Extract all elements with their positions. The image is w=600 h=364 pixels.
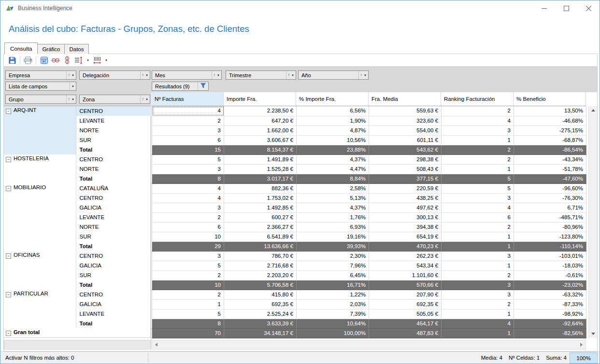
value-cell[interactable]: 487,83 € (369, 328, 442, 338)
value-cell[interactable]: 786,70 € (224, 251, 297, 261)
filter-field-empresa[interactable]: Empresa↑▼ (5, 70, 76, 80)
value-cell[interactable]: 3 (152, 203, 224, 212)
filter-field-delegacion-controls[interactable]: ↑▼ (140, 71, 150, 79)
group-cell-mobiliario[interactable]: −MOBILIARIO (4, 183, 76, 251)
value-cell[interactable]: 470,23 € (369, 241, 442, 251)
value-cell[interactable]: 13,50% (514, 106, 586, 116)
value-cell[interactable]: 4,37% (297, 203, 369, 212)
maximize-button[interactable] (555, 0, 577, 16)
row-height-dropdown[interactable]: ▼ (85, 55, 91, 66)
tab-grafico[interactable]: Gráfico (37, 44, 65, 54)
value-cell[interactable]: -76,30% (514, 193, 586, 203)
value-cell[interactable]: 2,58% (297, 183, 369, 193)
group-cell-particular[interactable]: −PARTICULAR (4, 290, 76, 328)
value-cell[interactable]: 508,43 € (369, 164, 442, 174)
tab-consulta[interactable]: Consulta (4, 42, 38, 54)
value-cell[interactable]: 323,60 € (369, 116, 442, 126)
value-cell[interactable]: 454,17 € (369, 319, 442, 328)
value-cell[interactable]: 10 (152, 232, 224, 241)
value-cell[interactable]: 5 (152, 154, 224, 164)
value-cell[interactable]: 6,45% (297, 270, 369, 280)
value-cell[interactable]: 2 (442, 270, 514, 280)
value-cell[interactable]: 1 (442, 241, 514, 251)
value-cell[interactable]: -0,61% (514, 270, 586, 280)
row-height-button[interactable] (73, 55, 85, 66)
zone-cell-levante[interactable]: LEVANTE (76, 212, 151, 222)
zone-cell-cataluna[interactable]: CATALUÑA (76, 183, 151, 193)
row-field-grupo-controls[interactable]: ↑▼ (66, 95, 76, 103)
group-cell-arq-int[interactable]: −ARQ-INT (4, 106, 76, 154)
value-cell[interactable]: 1 (442, 164, 514, 174)
value-cell[interactable]: 601,11 € (369, 135, 442, 145)
value-cell[interactable]: 2 (152, 212, 224, 222)
value-cell[interactable]: -68,87% (514, 135, 586, 145)
value-cell[interactable]: 505,05 € (369, 309, 442, 319)
zone-cell-sur[interactable]: SUR (76, 270, 151, 280)
value-cell[interactable]: 5,13% (297, 193, 369, 203)
value-cell[interactable]: 2,30% (297, 251, 369, 261)
group-cell-hosteleria[interactable]: −HOSTELERIA (4, 154, 76, 183)
value-cell[interactable]: 654,19 € (369, 232, 442, 241)
zone-cell-sur[interactable]: SUR (76, 135, 151, 145)
value-cell[interactable]: 2 (442, 145, 514, 154)
value-cell[interactable]: -63,32% (514, 290, 586, 299)
filter-field-delegacion[interactable]: Delegación↑▼ (79, 70, 150, 80)
value-cell[interactable]: 4,87% (297, 126, 369, 135)
collapse-icon[interactable]: − (6, 331, 11, 336)
value-cell[interactable]: -51,78% (514, 164, 586, 174)
value-cell[interactable]: 5 (152, 261, 224, 270)
column-header--importe-fra-[interactable]: % Importe Fra. (296, 92, 369, 106)
value-cell[interactable]: 543,34 € (369, 261, 442, 270)
row-field-zona-controls[interactable]: ↑▼ (140, 95, 150, 103)
value-cell[interactable]: -96,60% (514, 183, 586, 193)
collapse-icon[interactable]: − (6, 253, 11, 259)
value-cell[interactable]: -92,64% (514, 319, 586, 328)
zone-cell-galicia[interactable]: GALICIA (76, 203, 151, 212)
column-header--beneficio[interactable]: % Beneficio (514, 92, 586, 106)
value-cell[interactable]: 19,16% (297, 232, 369, 241)
results-dropdown[interactable]: Resultados (9) (152, 82, 209, 91)
value-cell[interactable]: 7,96% (297, 261, 369, 270)
value-cell[interactable]: 554,00 € (369, 126, 442, 135)
value-cell[interactable]: 4,47% (297, 164, 369, 174)
column-width-dropdown[interactable]: ▼ (103, 55, 110, 66)
value-cell[interactable]: 1.525,28 € (224, 164, 297, 174)
value-cell[interactable]: 6,56% (297, 106, 369, 116)
value-cell[interactable]: 882,36 € (224, 183, 297, 193)
value-cell[interactable]: 1 (442, 328, 514, 338)
column-header-importe-fra-[interactable]: Importe Fra. (224, 92, 296, 106)
value-cell[interactable]: 4 (152, 193, 224, 203)
value-cell[interactable]: 3 (442, 193, 514, 203)
value-cell[interactable]: 4,37% (297, 154, 369, 164)
value-cell[interactable]: 2 (442, 106, 514, 116)
zone-cell-norte[interactable]: NORTE (76, 222, 151, 232)
value-cell[interactable]: 543,62 € (369, 145, 442, 154)
value-cell[interactable]: 5 (442, 183, 514, 193)
zone-cell-galicia[interactable]: GALICIA (76, 299, 151, 309)
value-cell[interactable]: 5 (442, 174, 514, 183)
field-list-dropdown-controls[interactable]: ▼ (70, 82, 76, 90)
value-cell[interactable]: 1,76% (297, 212, 369, 222)
column-header-fra-media[interactable]: Fra. Media (369, 92, 441, 106)
value-cell[interactable]: 394,38 € (369, 222, 442, 232)
value-cell[interactable]: 3.606,67 € (224, 135, 297, 145)
value-cell[interactable]: 1.492,85 € (224, 203, 297, 212)
value-cell[interactable]: 415,80 € (224, 290, 297, 299)
value-cell[interactable]: 2 (442, 299, 514, 309)
value-cell[interactable]: 4 (152, 183, 224, 193)
value-cell[interactable]: -23,02% (514, 280, 586, 290)
value-cell[interactable]: 1.753,02 € (224, 193, 297, 203)
value-cell[interactable]: 6,71% (514, 203, 586, 212)
value-cell[interactable]: 7,39% (297, 309, 369, 319)
value-cell[interactable]: 6,93% (297, 222, 369, 232)
value-cell[interactable]: 2.366,27 € (224, 222, 297, 232)
value-cell[interactable]: 3 (442, 290, 514, 299)
close-button[interactable] (577, 0, 600, 16)
value-cell[interactable]: 8 (152, 319, 224, 328)
value-cell[interactable]: 559,63 € (369, 106, 442, 116)
value-cell[interactable]: 5 (152, 309, 224, 319)
value-cell[interactable]: 2 (152, 290, 224, 299)
zone-cell-total[interactable]: Total (76, 280, 151, 290)
zone-cell-total[interactable]: Total (76, 174, 151, 183)
zone-cell-levante[interactable]: LEVANTE (76, 116, 151, 126)
